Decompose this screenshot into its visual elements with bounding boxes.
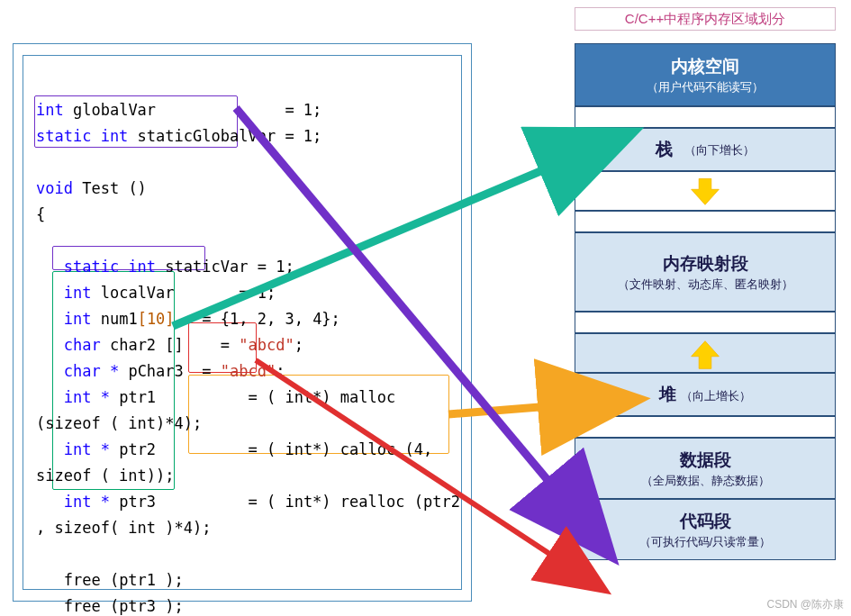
watermark: CSDN @陈亦康 xyxy=(766,597,844,612)
stack-grow-arrow xyxy=(575,171,836,211)
heap-grow-arrow xyxy=(575,333,836,373)
line-8: char char2 [] = "abcd"; xyxy=(36,332,461,358)
line-13: free (ptr1 ); xyxy=(36,567,461,593)
down-arrow-icon xyxy=(690,176,720,206)
line-6: int localVar = 1; xyxy=(36,280,461,306)
line-4: { xyxy=(36,202,461,228)
region-mmap: 内存映射段 （文件映射、动态库、匿名映射） xyxy=(575,232,836,312)
line-9: char * pChar3 = "abcd"; xyxy=(36,358,461,385)
svg-marker-0 xyxy=(692,178,720,204)
memory-layout: 内核空间 （用户代码不能读写） 栈 （向下增长） 内存映射段 （文件映射、动态库… xyxy=(575,43,836,594)
line-5: static int staticVar = 1; xyxy=(36,254,461,280)
line-1: int globalVar = 1; xyxy=(36,97,461,123)
line-2: static int staticGlobalVar = 1; xyxy=(36,123,461,149)
line-10: int * ptr1 = ( int*) malloc (sizeof ( in… xyxy=(36,385,461,437)
line-12: int * ptr3 = ( int*) realloc (ptr2 , siz… xyxy=(36,489,461,541)
region-code: 代码段 （可执行代码/只读常量） xyxy=(575,499,836,560)
code-panel-inner: int globalVar = 1; static int staticGlob… xyxy=(23,55,462,590)
spacer xyxy=(575,106,836,128)
code-listing: int globalVar = 1; static int staticGlob… xyxy=(36,97,461,616)
spacer xyxy=(575,312,836,333)
region-data: 数据段 （全局数据、静态数据） xyxy=(575,438,836,499)
spacer xyxy=(575,211,836,232)
region-heap: 堆 （向上增长） xyxy=(575,373,836,416)
diagram-title: C/C++中程序内存区域划分 xyxy=(575,7,836,31)
spacer xyxy=(575,416,836,438)
up-arrow-icon xyxy=(690,340,720,370)
line-3: void Test () xyxy=(36,176,461,202)
line-7: int num1[10] = {1, 2, 3, 4}; xyxy=(36,306,461,332)
region-kernel: 内核空间 （用户代码不能读写） xyxy=(575,43,836,106)
region-stack: 栈 （向下增长） xyxy=(575,128,836,171)
line-14: free (ptr3 ); xyxy=(36,593,461,616)
code-panel-outer: int globalVar = 1; static int staticGlob… xyxy=(13,43,472,602)
line-11: int * ptr2 = ( int*) calloc (4, sizeof (… xyxy=(36,437,461,489)
svg-marker-1 xyxy=(692,341,720,369)
